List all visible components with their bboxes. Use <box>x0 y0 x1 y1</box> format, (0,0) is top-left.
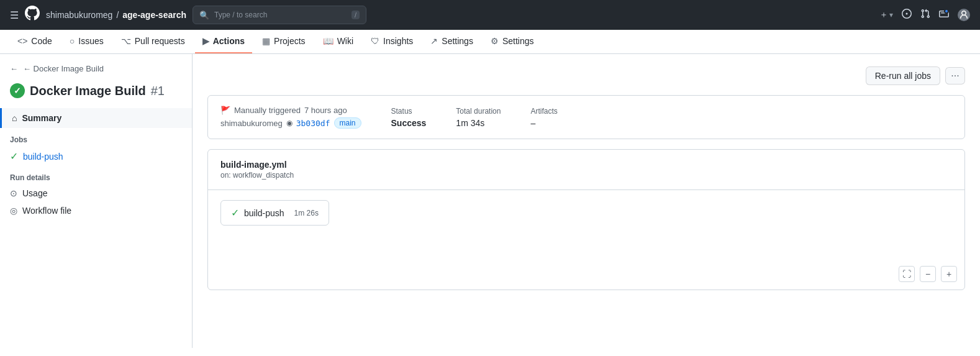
jobs-section-label: Jobs <box>0 128 192 147</box>
workflow-card: build-image.yml on: workflow_dispatch ✓ … <box>207 149 965 290</box>
breadcrumb: shimabukuromeg / age-age-search <box>46 10 186 20</box>
pullrequests-button[interactable] <box>920 9 930 21</box>
job-box-success-icon: ✓ <box>231 207 239 219</box>
issues-icon: ○ <box>70 36 75 46</box>
back-link-label: ← Docker Image Build <box>23 64 104 73</box>
workflow-trigger: on: workflow_dispatch <box>220 171 952 180</box>
nav-pullrequests[interactable]: ⌥ Pull requests <box>114 30 193 53</box>
status-section: Status Success <box>391 107 427 128</box>
search-shortcut: / <box>352 11 360 19</box>
main-content: Re-run all jobs ··· 🚩 Manually triggered… <box>193 54 980 348</box>
duration-value: 1m 34s <box>456 118 501 128</box>
top-nav: ☰ shimabukuromeg / age-age-search 🔍 Type… <box>0 0 980 30</box>
search-text: Type / to search <box>214 11 347 19</box>
issues-button[interactable] <box>902 9 912 21</box>
header-actions: Re-run all jobs ··· <box>866 66 965 85</box>
commit-icon: ◉ <box>286 119 293 127</box>
nav-wiki-label: Wiki <box>337 36 353 46</box>
trigger-row: 🚩 Manually triggered 7 hours ago <box>220 106 361 115</box>
workflow-card-header: build-image.yml on: workflow_dispatch <box>208 150 964 190</box>
sidebar-job-build-push[interactable]: ✓ build-push <box>0 147 192 166</box>
zoom-out-icon: − <box>925 269 930 279</box>
nav-security[interactable]: 🛡 Insights <box>363 30 420 53</box>
zoom-out-button[interactable]: − <box>920 266 936 282</box>
nav-projects-label: Projects <box>274 36 306 46</box>
trigger-label: Manually triggered <box>234 106 301 115</box>
nav-security-label: Insights <box>383 36 413 46</box>
workflow-job-box[interactable]: ✓ build-push 1m 26s <box>220 200 329 226</box>
nav-issues-label: Issues <box>78 36 103 46</box>
sidebar-usage[interactable]: ⊙ Usage <box>0 185 192 202</box>
run-number: #1 <box>151 84 165 98</box>
pr-icon: ⌥ <box>121 36 131 46</box>
branch-badge: main <box>334 117 361 129</box>
status-value: Success <box>391 118 427 128</box>
duration-section: Total duration 1m 34s <box>456 107 501 128</box>
zoom-in-button[interactable]: + <box>941 266 957 282</box>
page-title: ✓ Docker Image Build #1 <box>0 78 192 108</box>
duration-label: Total duration <box>456 107 501 116</box>
artifacts-value: – <box>530 118 557 128</box>
content-header: Re-run all jobs ··· <box>207 66 965 85</box>
sidebar: ← ← Docker Image Build ✓ Docker Image Bu… <box>0 54 193 348</box>
run-title: Docker Image Build <box>30 84 146 98</box>
job-success-icon: ✓ <box>10 150 18 162</box>
usage-icon: ⊙ <box>10 188 17 198</box>
hamburger-button[interactable]: ☰ <box>10 9 19 21</box>
status-label: Status <box>391 107 427 116</box>
flag-icon: 🚩 <box>220 106 230 115</box>
new-button[interactable]: ＋ ▾ <box>879 9 893 21</box>
page-container: ← ← Docker Image Build ✓ Docker Image Bu… <box>0 54 980 348</box>
sidebar-header: ← ← Docker Image Build <box>0 64 192 78</box>
author-label: shimabukuromeg <box>220 119 283 128</box>
plus-chevron: ▾ <box>889 11 893 19</box>
fullscreen-button[interactable]: ⛶ <box>899 266 915 282</box>
nav-projects[interactable]: ▦ Projects <box>255 30 313 53</box>
nav-right: ＋ ▾ <box>879 9 970 21</box>
search-bar[interactable]: 🔍 Type / to search / <box>193 6 366 24</box>
inbox-button[interactable] <box>939 9 949 21</box>
rerun-button[interactable]: Re-run all jobs <box>866 66 940 85</box>
workflow-file-icon: ◎ <box>10 206 17 216</box>
breadcrumb-owner[interactable]: shimabukuromeg <box>46 10 112 20</box>
workflow-file-label: Workflow file <box>22 206 71 216</box>
nav-settings-label: Settings <box>502 36 534 46</box>
summary-label: Summary <box>22 113 61 123</box>
insights-icon: ↗ <box>430 36 438 46</box>
nav-actions-label: Actions <box>213 36 245 46</box>
settings-icon: ⚙ <box>491 36 499 46</box>
notification-dot <box>944 9 949 14</box>
more-button[interactable]: ··· <box>945 67 965 84</box>
avatar[interactable] <box>958 9 970 21</box>
workflow-body: ✓ build-push 1m 26s <box>208 190 964 290</box>
github-logo <box>25 6 40 24</box>
code-icon: <> <box>17 36 27 46</box>
trigger-section: 🚩 Manually triggered 7 hours ago shimabu… <box>220 106 361 129</box>
time-ago: 7 hours ago <box>304 106 347 115</box>
nav-insights-label: Settings <box>442 36 473 46</box>
nav-settings[interactable]: ⚙ Settings <box>483 30 542 53</box>
nav-wiki[interactable]: 📖 Wiki <box>315 30 361 53</box>
search-icon: 🔍 <box>199 11 209 20</box>
breadcrumb-repo: age-age-search <box>122 10 186 20</box>
commit-row: shimabukuromeg ◉ 3b030df main <box>220 117 361 129</box>
nav-actions[interactable]: ▶ Actions <box>195 30 252 53</box>
back-link[interactable]: ← ← Docker Image Build <box>10 64 104 73</box>
commit-sha[interactable]: 3b030df <box>296 119 330 128</box>
nav-issues[interactable]: ○ Issues <box>62 30 111 53</box>
repo-nav: <> Code ○ Issues ⌥ Pull requests ▶ Actio… <box>0 30 980 54</box>
workflow-filename: build-image.yml <box>220 160 952 170</box>
nav-insights[interactable]: ↗ Settings <box>423 30 481 53</box>
workflow-footer: ⛶ − + <box>899 266 957 282</box>
sidebar-summary[interactable]: ⌂ Summary <box>0 108 192 128</box>
run-status-icon: ✓ <box>10 83 25 98</box>
nav-code[interactable]: <> Code <box>10 30 60 53</box>
usage-label: Usage <box>22 188 47 198</box>
artifacts-label: Artifacts <box>530 107 557 116</box>
home-icon: ⌂ <box>12 113 17 123</box>
ellipsis-icon: ··· <box>951 70 959 81</box>
back-arrow-icon: ← <box>10 64 18 73</box>
info-card: 🚩 Manually triggered 7 hours ago shimabu… <box>207 95 965 139</box>
sidebar-workflow-file[interactable]: ◎ Workflow file <box>0 202 192 219</box>
nav-left: ☰ shimabukuromeg / age-age-search 🔍 Type… <box>10 6 872 24</box>
